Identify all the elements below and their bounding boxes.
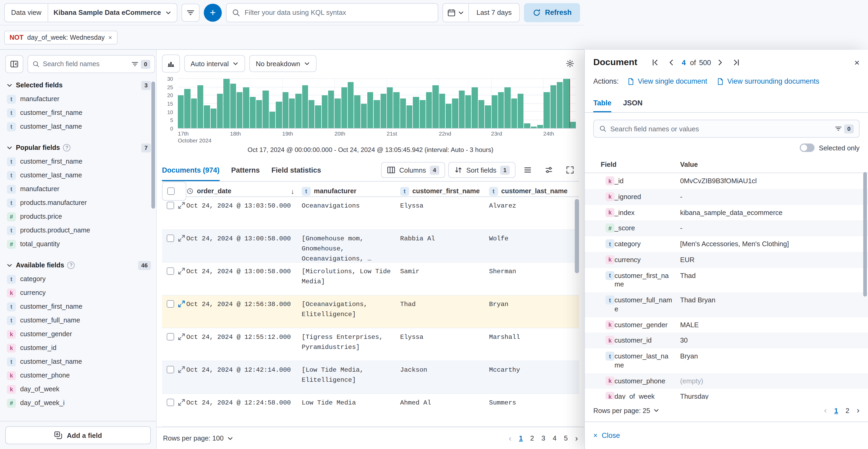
column-header-order-date[interactable]: order_date ↓	[186, 187, 302, 195]
doc-field-row-customer-id[interactable]: k customer_id 30	[585, 333, 868, 349]
documents-pagination-prev-icon[interactable]: ‹	[508, 433, 512, 443]
documents-pagination-page-3[interactable]: 3	[541, 434, 545, 442]
field-search-input[interactable]	[43, 60, 128, 68]
doc-field-row-customer-gender[interactable]: k customer_gender MALE	[585, 317, 868, 333]
field-section-header[interactable]: Available fields ? 46	[6, 259, 151, 272]
collapse-sidebar-button[interactable]	[5, 55, 23, 73]
rows-per-page-select[interactable]: Rows per page: 100	[163, 434, 233, 442]
table-scrollbar[interactable]	[575, 199, 579, 273]
expand-document-icon[interactable]	[178, 235, 185, 242]
expand-document-icon[interactable]	[178, 333, 185, 340]
field-item-manufacturer[interactable]: tmanufacturer	[6, 92, 151, 106]
field-item-customer-last-name[interactable]: tcustomer_last_name	[6, 355, 151, 368]
doc-pagination-next-icon[interactable]: ›	[857, 406, 860, 415]
documents-pagination-page-2[interactable]: 2	[530, 434, 534, 442]
view-single-document-link[interactable]: View single document	[627, 77, 707, 85]
filter-menu-button[interactable]	[182, 3, 199, 22]
field-item-total-quantity[interactable]: #total_quantity	[6, 237, 151, 251]
kql-search-bar[interactable]	[226, 3, 438, 22]
doc-field-row-id[interactable]: k _id 0MvCvZIB9B3fOMiAU1cl	[585, 173, 868, 189]
column-header-customer-first-name[interactable]: tcustomer_first_name	[400, 187, 489, 196]
fullscreen-button[interactable]	[561, 161, 579, 179]
grid-settings-button[interactable]	[540, 161, 558, 179]
data-view-picker[interactable]: Data view Kibana Sample Data eCommerce	[4, 3, 177, 22]
first-doc-button[interactable]	[649, 56, 661, 69]
expand-document-icon[interactable]	[178, 399, 185, 406]
close-flyout-button[interactable]: × Close	[593, 431, 620, 440]
field-section-header[interactable]: Selected fields 3	[6, 78, 151, 92]
field-item-products-product-name[interactable]: tproducts.product_name	[6, 223, 151, 237]
date-picker-calendar-button[interactable]	[443, 3, 469, 22]
table-row[interactable]: Oct 24, 2024 @ 13:00:58.000 [Microlution…	[162, 263, 579, 295]
expand-document-icon[interactable]	[178, 202, 185, 209]
row-checkbox[interactable]	[167, 333, 174, 340]
doc-field-row-day-of-week[interactable]: k day_of_week Thursday	[585, 389, 868, 399]
documents-pagination-page-1[interactable]: 1	[519, 434, 523, 442]
field-item-category[interactable]: tcategory	[6, 272, 151, 286]
add-field-button[interactable]: Add a field	[5, 426, 151, 444]
time-range-value[interactable]: Last 7 days	[469, 8, 519, 17]
prev-doc-button[interactable]	[665, 56, 678, 69]
field-item-customer-first-name[interactable]: tcustomer_first_name	[6, 155, 151, 169]
doc-pagination-page-1[interactable]: 1	[834, 407, 838, 414]
table-row[interactable]: Oct 24, 2024 @ 12:55:12.000 [Tigress Ent…	[162, 328, 579, 361]
expand-document-icon[interactable]	[178, 267, 185, 275]
filter-pill[interactable]: NOT day_of_week: Wednesday ×	[4, 30, 118, 44]
doc-field-row-customer-full-name[interactable]: t customer_full_name Thad Bryan	[585, 292, 868, 317]
doc-field-row-currency[interactable]: k currency EUR	[585, 252, 868, 268]
field-type-filter-button[interactable]: 0	[131, 60, 150, 68]
doc-rows-per-page-select[interactable]: Rows per page: 25	[593, 407, 660, 414]
doc-field-row-customer-phone[interactable]: k customer_phone (empty)	[585, 373, 868, 389]
select-all-checkbox[interactable]	[167, 187, 175, 195]
column-header-manufacturer[interactable]: tmanufacturer	[302, 187, 400, 196]
tab-field-statistics[interactable]: Field statistics	[272, 159, 321, 181]
doc-tab-table[interactable]: Table	[593, 94, 612, 112]
remove-filter-icon[interactable]: ×	[108, 34, 112, 41]
row-checkbox[interactable]	[167, 267, 174, 275]
sort-fields-button[interactable]: Sort fields 1	[448, 162, 516, 178]
sort-desc-icon[interactable]: ↓	[291, 187, 297, 195]
sidebar-scrollbar[interactable]	[151, 82, 155, 209]
tab-patterns[interactable]: Patterns	[231, 159, 260, 181]
kql-input[interactable]	[245, 8, 432, 17]
field-item-customer-first-name[interactable]: tcustomer_first_name	[6, 106, 151, 120]
field-item-products-manufacturer[interactable]: tproducts.manufacturer	[6, 196, 151, 210]
doc-field-row-index[interactable]: k _index kibana_sample_data_ecommerce	[585, 205, 868, 220]
doc-search-input[interactable]	[610, 125, 831, 132]
row-density-button[interactable]	[519, 161, 537, 179]
tab-documents-974[interactable]: Documents (974)	[162, 159, 220, 181]
chart-toggle-button[interactable]	[162, 55, 180, 72]
doc-field-row-ignored[interactable]: k _ignored -	[585, 189, 868, 205]
columns-button[interactable]: Columns 4	[381, 162, 445, 178]
chart-options-button[interactable]	[561, 55, 579, 72]
documents-pagination-page-4[interactable]: 4	[553, 434, 556, 442]
add-filter-button[interactable]: +	[204, 3, 222, 22]
doc-search-box[interactable]: 0	[593, 120, 860, 138]
table-row[interactable]: Oct 24, 2024 @ 12:24:58.000 Low Tide Med…	[162, 394, 579, 427]
field-section-header[interactable]: Popular fields ? 7	[6, 141, 151, 155]
data-view-value[interactable]: Kibana Sample Data eCommerce	[48, 8, 177, 17]
table-row[interactable]: Oct 24, 2024 @ 12:56:38.000 [Oceanavigat…	[162, 295, 579, 328]
doc-field-row-score[interactable]: # _score -	[585, 220, 868, 236]
view-surrounding-documents-link[interactable]: View surrounding documents	[717, 77, 819, 85]
doc-field-row-customer-first-name[interactable]: t customer_first_name Thad	[585, 268, 868, 292]
close-flyout-icon[interactable]: ×	[854, 58, 860, 67]
interval-select[interactable]: Auto interval	[184, 55, 245, 72]
table-row[interactable]: Oct 24, 2024 @ 12:42:14.000 [Low Tide Me…	[162, 361, 579, 394]
doc-pagination-page-2[interactable]: 2	[845, 407, 849, 414]
expand-document-icon[interactable]	[178, 300, 185, 308]
table-row[interactable]: Oct 24, 2024 @ 13:03:50.000 Oceanavigati…	[162, 197, 579, 230]
row-checkbox[interactable]	[167, 366, 174, 373]
row-checkbox[interactable]	[167, 202, 174, 209]
field-item-customer-first-name[interactable]: tcustomer_first_name	[6, 300, 151, 313]
date-picker[interactable]: Last 7 days	[442, 3, 520, 22]
next-doc-button[interactable]	[714, 56, 727, 69]
row-checkbox[interactable]	[167, 235, 174, 242]
field-item-currency[interactable]: kcurrency	[6, 286, 151, 300]
field-search-box[interactable]: 0	[28, 55, 155, 73]
doc-tab-json[interactable]: JSON	[623, 94, 643, 112]
field-item-day-of-week[interactable]: kday_of_week	[6, 382, 151, 396]
selected-only-toggle[interactable]	[800, 144, 814, 152]
field-item-manufacturer[interactable]: tmanufacturer	[6, 182, 151, 196]
field-item-products-price[interactable]: #products.price	[6, 210, 151, 223]
